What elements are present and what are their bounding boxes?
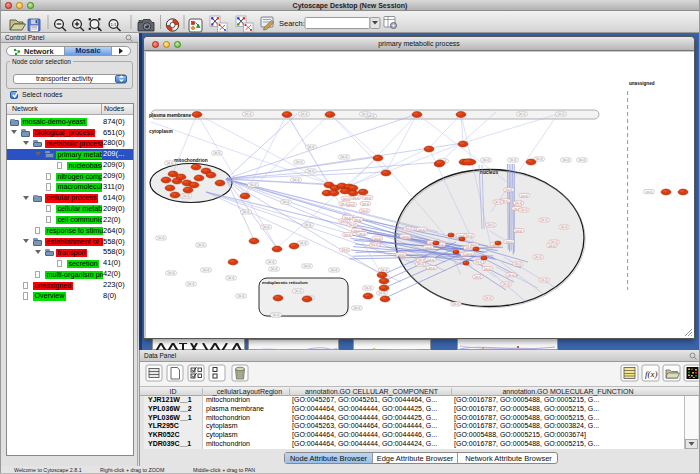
svg-text:(xx-x): (xx-x) <box>418 258 425 262</box>
svg-text:endoplasmic reticulum: endoplasmic reticulum <box>262 280 308 285</box>
svg-text:(xx-x): (xx-x) <box>541 218 548 222</box>
svg-text:(xx-x): (xx-x) <box>273 313 280 317</box>
svg-text:(xx-x): (xx-x) <box>283 200 290 204</box>
svg-text:(xx-x): (xx-x) <box>364 196 371 200</box>
svg-text:(xx-x): (xx-x) <box>238 294 245 298</box>
svg-text:(xx-x): (xx-x) <box>381 268 388 272</box>
svg-text:(xx-x): (xx-x) <box>503 282 510 286</box>
svg-text:(xx-x): (xx-x) <box>228 276 235 280</box>
svg-text:(xx-x): (xx-x) <box>308 145 315 149</box>
svg-text:(xx-x): (xx-x) <box>301 112 308 116</box>
svg-text:(xx-x): (xx-x) <box>453 302 460 306</box>
svg-text:(xx-x): (xx-x) <box>521 194 528 198</box>
svg-text:(xx-x): (xx-x) <box>354 218 361 222</box>
svg-text:(xx-x): (xx-x) <box>519 112 526 116</box>
svg-text:(xx-x): (xx-x) <box>515 201 522 205</box>
svg-text:(xx-x): (xx-x) <box>405 227 412 231</box>
svg-text:(xx-x): (xx-x) <box>198 243 205 247</box>
svg-text:(xx-x): (xx-x) <box>183 194 190 198</box>
svg-text:(xx-x): (xx-x) <box>470 243 477 247</box>
svg-text:(xx-x): (xx-x) <box>268 260 275 264</box>
svg-text:f(x): f(x) <box>645 369 658 379</box>
svg-text:(xx-x): (xx-x) <box>304 264 311 268</box>
svg-text:(xx-x): (xx-x) <box>341 202 348 206</box>
svg-text:(xx-x): (xx-x) <box>417 262 424 266</box>
svg-text:(xx-x): (xx-x) <box>331 268 338 272</box>
svg-text:(xx-x): (xx-x) <box>484 267 491 271</box>
svg-text:(xx-x): (xx-x) <box>271 267 278 271</box>
svg-text:(xx-x): (xx-x) <box>466 252 473 256</box>
svg-text:(xx-x): (xx-x) <box>305 223 312 227</box>
svg-text:(xx-x): (xx-x) <box>349 223 356 227</box>
svg-text:(xx-x): (xx-x) <box>541 278 548 282</box>
svg-text:(xx-x): (xx-x) <box>188 282 195 286</box>
svg-text:(xx-x): (xx-x) <box>352 196 359 200</box>
svg-text:(xx-x): (xx-x) <box>308 169 315 173</box>
svg-text:(xx-x): (xx-x) <box>487 223 494 227</box>
svg-text:(xx-x): (xx-x) <box>245 112 252 116</box>
svg-text:(xx-x): (xx-x) <box>521 208 528 212</box>
svg-text:(xx-x): (xx-x) <box>515 229 522 233</box>
svg-text:(xx-x): (xx-x) <box>341 248 348 252</box>
svg-text:(xx-x): (xx-x) <box>646 190 653 194</box>
svg-text:(xx-x): (xx-x) <box>203 268 210 272</box>
svg-text:(xx-x): (xx-x) <box>563 158 570 162</box>
svg-text:(xx-x): (xx-x) <box>505 188 512 192</box>
svg-text:(xx-x): (xx-x) <box>365 286 372 290</box>
svg-text:(xx-x): (xx-x) <box>300 241 307 245</box>
svg-text:(xx-x): (xx-x) <box>341 219 348 223</box>
svg-text:(xx-x): (xx-x) <box>214 151 221 155</box>
svg-text:(xx-x): (xx-x) <box>402 235 409 239</box>
svg-text:(xx-x): (xx-x) <box>243 210 250 214</box>
svg-text:(xx-x): (xx-x) <box>167 161 174 165</box>
svg-text:1:1: 1:1 <box>111 22 118 27</box>
svg-text:(xx-x): (xx-x) <box>495 200 502 204</box>
svg-text:unassigned: unassigned <box>629 81 655 86</box>
svg-text:(xx-x): (xx-x) <box>536 157 543 161</box>
svg-text:(xx-x): (xx-x) <box>558 112 565 116</box>
svg-text:(xx-x): (xx-x) <box>250 183 257 187</box>
svg-text:cytoplasm: cytoplasm <box>149 129 173 134</box>
svg-text:(xx-x): (xx-x) <box>263 225 270 229</box>
svg-text:(xx-x): (xx-x) <box>398 253 405 257</box>
svg-text:(xx-x): (xx-x) <box>418 228 425 232</box>
svg-text:(xx-x): (xx-x) <box>535 255 542 259</box>
svg-text:plasma membrane: plasma membrane <box>149 113 191 118</box>
svg-text:(xx-x): (xx-x) <box>474 275 481 279</box>
svg-text:(xx-x): (xx-x) <box>362 112 369 116</box>
svg-text:Search:: Search: <box>279 19 305 28</box>
svg-text:(xx-x): (xx-x) <box>371 243 378 247</box>
svg-text:(xx-x): (xx-x) <box>359 232 366 236</box>
svg-text:(xx-x): (xx-x) <box>361 209 368 213</box>
svg-text:(xx-x): (xx-x) <box>379 291 386 295</box>
svg-text:(xx-x): (xx-x) <box>475 260 482 264</box>
svg-text:(xx-x): (xx-x) <box>168 271 175 275</box>
svg-text:(xx-x): (xx-x) <box>362 202 369 206</box>
svg-text:(xx-x): (xx-x) <box>510 158 517 162</box>
svg-text:(xx-x): (xx-x) <box>561 225 568 229</box>
svg-text:(xx-x): (xx-x) <box>466 234 473 238</box>
svg-text:(xx-x): (xx-x) <box>551 240 558 244</box>
svg-text:(xx-x): (xx-x) <box>344 216 351 220</box>
svg-text:(xx-x): (xx-x) <box>427 258 434 262</box>
svg-text:(xx-x): (xx-x) <box>506 240 513 244</box>
svg-text:(xx-x): (xx-x) <box>428 266 435 270</box>
svg-text:(xx-x): (xx-x) <box>508 273 515 277</box>
svg-text:(xx-x): (xx-x) <box>579 158 586 162</box>
svg-text:(xx-x): (xx-x) <box>425 246 432 250</box>
svg-text:(xx-x): (xx-x) <box>485 296 492 300</box>
svg-text:(xx-x): (xx-x) <box>295 289 302 293</box>
svg-text:(xx-x): (xx-x) <box>344 233 351 237</box>
svg-text:(xx-x): (xx-x) <box>343 197 350 201</box>
svg-text:(xx-x): (xx-x) <box>374 237 381 241</box>
svg-text:(xx-x): (xx-x) <box>158 236 165 240</box>
svg-text:(xx-x): (xx-x) <box>515 262 522 266</box>
svg-text:(xx-x): (xx-x) <box>354 306 361 310</box>
svg-text:(xx-x): (xx-x) <box>296 160 303 164</box>
svg-text:(xx-x): (xx-x) <box>483 158 490 162</box>
svg-text:(xx-x): (xx-x) <box>341 155 348 159</box>
svg-text:(xx-x): (xx-x) <box>293 178 300 182</box>
